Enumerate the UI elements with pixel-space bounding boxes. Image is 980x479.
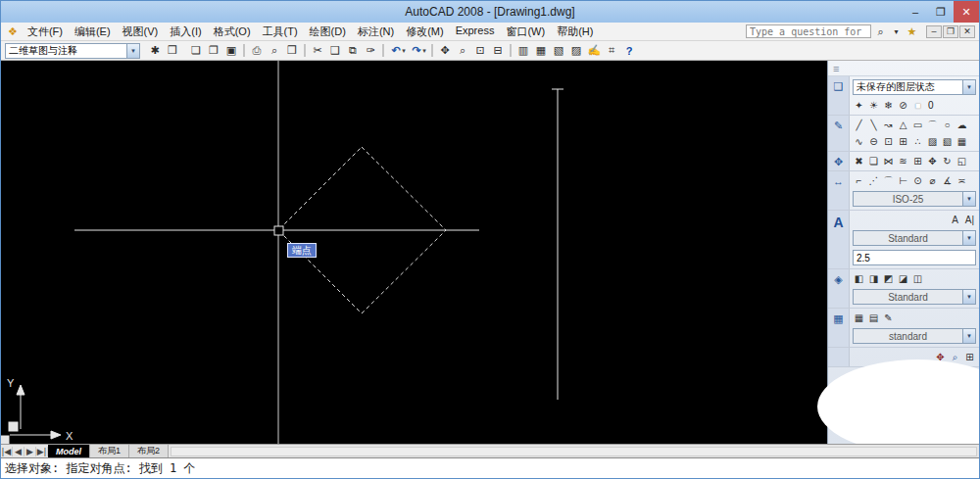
block-editor-icon[interactable]: ◧ [852, 271, 866, 286]
chevron-down-icon[interactable]: ▼ [962, 192, 975, 206]
search-caret-icon[interactable]: ▾ [890, 27, 903, 36]
tab-model[interactable]: Model [48, 445, 90, 457]
save-icon[interactable]: ▣ [222, 43, 240, 59]
paste-icon[interactable]: ⧉ [344, 43, 362, 59]
table-style-icon[interactable]: ▤ [866, 311, 881, 325]
layer-properties-icon[interactable]: ✦ [852, 98, 866, 113]
menu-dimension[interactable]: 标注(N) [352, 24, 400, 39]
arc-icon[interactable]: ⌒ [925, 118, 940, 132]
menu-edit[interactable]: 编辑(E) [69, 24, 117, 39]
dimension-panel-icon[interactable]: ↔ [828, 171, 850, 210]
chevron-down-icon[interactable]: ▼ [962, 80, 975, 94]
current-layer-name[interactable]: 0 [928, 100, 934, 111]
table-panel-icon[interactable]: ▦ [828, 309, 850, 347]
help-icon[interactable]: ? [620, 43, 638, 59]
toolbar-separator[interactable] [382, 44, 384, 57]
chevron-down-icon[interactable]: ▼ [962, 329, 975, 343]
menu-modify[interactable]: 修改(M) [400, 24, 450, 39]
polygon-icon[interactable]: △ [896, 118, 910, 132]
close-button[interactable]: ✕ [954, 1, 979, 23]
offset-icon[interactable]: ≋ [896, 154, 910, 168]
doc-minimize-button[interactable]: – [926, 25, 942, 38]
layer-state-dropdown[interactable]: 未保存的图层状态 ▼ [853, 79, 976, 95]
command-line[interactable]: 选择对象: 指定对角点: 找到 1 个 [1, 457, 979, 478]
match-properties-icon[interactable]: ✑ [362, 43, 379, 59]
drawing-canvas[interactable]: Y X [1, 61, 827, 444]
chevron-down-icon[interactable]: ▼ [962, 231, 975, 245]
pan-icon[interactable]: ✥ [436, 43, 454, 59]
quick-dimension-icon[interactable]: ≍ [955, 173, 969, 188]
aligned-dimension-icon[interactable]: ⋰ [866, 173, 881, 188]
workspace-dropdown[interactable]: 二维草图与注释 ▼ [5, 43, 140, 59]
zoom-window-icon[interactable]: ⊡ [471, 43, 489, 59]
draw-panel-icon[interactable]: ✎ [828, 116, 850, 151]
erase-icon[interactable]: ✖ [852, 154, 866, 168]
line-icon[interactable]: ╱ [852, 118, 866, 132]
quickcalc-icon[interactable]: ⌗ [603, 43, 620, 59]
text-panel-icon[interactable]: A [828, 211, 850, 268]
sheetset-icon[interactable]: ▨ [567, 43, 585, 59]
angular-icon[interactable]: ∡ [940, 173, 955, 188]
attributes-panel-icon[interactable]: ◈ [828, 269, 850, 308]
toolbar-separator[interactable] [304, 44, 306, 57]
menu-view[interactable]: 视图(V) [117, 24, 165, 39]
menu-help[interactable]: 帮助(H) [551, 24, 599, 39]
spline-icon[interactable]: ∿ [852, 134, 866, 149]
zoom-realtime-icon[interactable]: ⌕ [454, 43, 471, 59]
dashboard-grip-icon[interactable]: ≡ [828, 61, 979, 76]
tab-nav-button[interactable]: ◀ [13, 447, 24, 456]
redo-caret-icon[interactable]: ▾ [420, 43, 428, 59]
toolbar-separator[interactable] [243, 44, 245, 57]
doc-close-button[interactable]: ✕ [959, 25, 975, 38]
single-line-text-icon[interactable]: A| [962, 213, 977, 227]
edit-attribute-icon[interactable]: ◩ [881, 271, 896, 286]
zoom-window-tool-icon[interactable]: ⊞ [962, 350, 977, 364]
insert-block-icon[interactable]: ⊡ [881, 134, 896, 149]
polyline-icon[interactable]: ↝ [881, 118, 896, 132]
point-icon[interactable]: ∴ [910, 134, 925, 149]
text-height-input[interactable] [853, 250, 976, 265]
horizontal-scrollbar[interactable] [171, 447, 977, 456]
circle-icon[interactable]: ○ [940, 118, 955, 132]
modify-panel-icon[interactable]: ✥ [828, 152, 850, 170]
region-icon[interactable]: ▦ [955, 134, 969, 149]
linear-dimension-icon[interactable]: ⌐ [852, 173, 866, 188]
tab-layout2[interactable]: 布局2 [129, 445, 169, 457]
construction-line-icon[interactable]: ╲ [866, 118, 881, 132]
toolbar-separator[interactable] [431, 44, 433, 57]
copy-icon[interactable]: ❑ [326, 43, 344, 59]
menu-tools[interactable]: 工具(T) [257, 24, 304, 39]
undo-caret-icon[interactable]: ▾ [400, 43, 408, 59]
layers-panel-icon[interactable]: ❑ [828, 76, 850, 115]
layer-freeze-icon[interactable]: ❄ [881, 98, 896, 113]
toolbar-separator[interactable] [510, 44, 512, 57]
create-block-icon[interactable]: ⊞ [896, 134, 910, 149]
gradient-icon[interactable]: ▧ [940, 134, 955, 149]
tab-nav-button[interactable]: |◀ [1, 447, 13, 456]
layer-color-icon[interactable]: ■ [910, 98, 925, 113]
layer-lock-icon[interactable]: ⊘ [896, 98, 910, 113]
define-attribute-icon[interactable]: ◨ [866, 271, 881, 286]
search-icon[interactable]: ⌕ [874, 25, 887, 38]
cut-icon[interactable]: ✂ [309, 43, 326, 59]
revision-cloud-icon[interactable]: ☁ [955, 118, 969, 132]
move-icon[interactable]: ✥ [925, 154, 940, 168]
table-style-dropdown[interactable]: standard ▼ [853, 328, 976, 344]
chevron-down-icon[interactable]: ▼ [962, 290, 975, 304]
ellipse-icon[interactable]: ⊖ [866, 134, 881, 149]
workspace-save-icon[interactable]: ❒ [164, 43, 181, 59]
hatch-icon[interactable]: ▨ [925, 134, 940, 149]
rotate-icon[interactable]: ↻ [940, 154, 955, 168]
arc-length-icon[interactable]: ⌒ [881, 173, 896, 188]
toolpalettes-icon[interactable]: ▧ [550, 43, 567, 59]
chevron-down-icon[interactable]: ▼ [126, 44, 139, 58]
workspace-settings-icon[interactable]: ✱ [146, 43, 164, 59]
publish-icon[interactable]: ❒ [283, 43, 301, 59]
doc-restore-button[interactable]: ❐ [943, 25, 958, 38]
minimize-button[interactable]: – [903, 1, 928, 23]
new-file-icon[interactable]: ❏ [187, 43, 205, 59]
menu-express[interactable]: Express [450, 24, 501, 39]
multiline-text-icon[interactable]: A [948, 213, 962, 227]
designcenter-icon[interactable]: ▦ [532, 43, 550, 59]
zoom-previous-icon[interactable]: ⊟ [489, 43, 507, 59]
